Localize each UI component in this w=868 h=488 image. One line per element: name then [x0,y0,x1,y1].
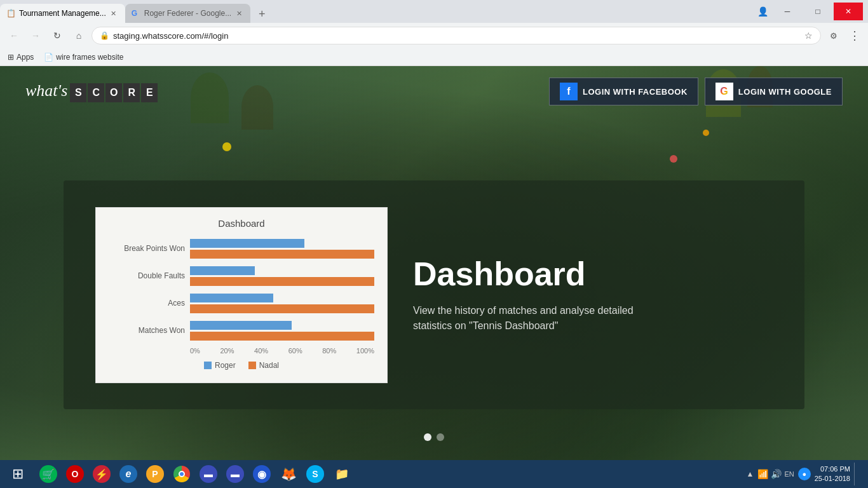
legend-roger-label: Roger [215,361,236,370]
maximize-button[interactable]: □ [803,3,832,20]
x-label-40: 40% [254,347,268,355]
taskbar-skype-icon[interactable]: S [302,461,328,487]
show-desktop-button[interactable] [854,463,858,485]
bar-nadal-aces [190,304,374,313]
promo-content: Dashboard View the history of matches an… [388,256,773,333]
bookmark-apps[interactable]: ⊞ Apps [5,51,36,63]
legend-roger-dot [204,362,212,369]
bar-roger-aces [190,294,273,302]
taskbar-folder-icon[interactable]: 📁 [329,461,355,487]
x-label-60: 60% [288,347,302,355]
taskbar-app2-icon[interactable]: ▬ [222,461,248,487]
tab-tournament[interactable]: 📋 Tournament Manageme... ✕ [0,4,125,23]
taskbar-ie-icon[interactable]: e [116,461,141,487]
logo-letter-r: R [123,83,140,102]
back-button[interactable]: ← [5,27,23,44]
taskbar: ⊞ 🛒 O ⚡ e P ▬ [0,460,868,488]
minimize-button[interactable]: ─ [773,3,802,20]
promo-description: View the history of matches and analyse … [413,303,642,334]
logo-whats: what's [25,81,67,100]
browser-frame: 📋 Tournament Manageme... ✕ G Roger Feder… [0,0,868,66]
start-button[interactable]: ⊞ [5,461,31,487]
clock-time: 07:06 PM [815,464,850,474]
volume-icon[interactable]: 🔊 [771,469,782,479]
network-icon[interactable]: 📶 [757,469,768,479]
bar-roger-doublefaults [190,266,255,275]
tab2-close[interactable]: ✕ [234,8,244,18]
chrome-menu-button[interactable]: ⋮ [845,27,863,44]
site-header: what's S C O R E f LOGIN WITH FACEBOOK G… [0,66,868,117]
chart-title: Dashboard [109,218,374,229]
taskbar-rdp-icon[interactable]: ⚡ [89,461,114,487]
windows-logo-icon: ⊞ [12,466,24,482]
window-controls: 👤 ─ □ ✕ [754,3,868,20]
label-breakpoints: Break Points Won [109,244,185,253]
dot-1[interactable] [424,433,431,441]
apps-label: Apps [17,53,34,62]
chart-rows: Break Points Won Double Faults [109,239,374,341]
chart-legend: Roger Nadal [109,361,374,370]
x-label-80: 80% [322,347,336,355]
forward-button[interactable]: → [27,27,44,44]
login-facebook-button[interactable]: f LOGIN WITH FACEBOOK [549,78,698,105]
address-bar-row: ← → ↻ ⌂ 🔒 staging.whatsscore.com/#/login… [0,23,868,48]
chart-row-breakpoints: Break Points Won [109,239,374,259]
google-login-label: LOGIN WITH GOOGLE [738,87,832,97]
tab1-close[interactable]: ✕ [109,8,119,18]
dot-2[interactable] [437,433,444,441]
wireframes-icon: 📄 [44,53,53,62]
bg-ball-2 [670,155,677,163]
taskbar-clock[interactable]: 07:06 PM 25-01-2018 [815,464,850,484]
logo-letter-e: E [141,83,158,102]
bar-nadal-doublefaults [190,277,374,286]
taskbar-icons: 🛒 O ⚡ e P ▬ ▬ [31,461,747,487]
system-tray-icons: 📶 🔊 EN [757,469,794,479]
login-google-button[interactable]: G LOGIN WITH GOOGLE [705,78,843,105]
legend-nadal: Nadal [248,361,279,370]
tab2-title: Roger Federer - Google... [144,9,231,18]
auth-buttons: f LOGIN WITH FACEBOOK G LOGIN WITH GOOGL… [549,78,843,105]
notification-badge[interactable]: ● [798,468,811,480]
chrome-user-icon[interactable]: 👤 [754,3,771,20]
bookmark-star-icon[interactable]: ☆ [804,30,813,41]
address-field[interactable]: 🔒 staging.whatsscore.com/#/login ☆ [92,27,821,44]
taskbar-chrome-icon[interactable] [169,461,194,487]
tab1-favicon: 📋 [6,9,15,18]
taskbar-firefox-icon[interactable]: 🦊 [276,461,301,487]
tab1-title: Tournament Manageme... [19,9,106,18]
bar-nadal-breakpoints [190,250,374,259]
dashboard-chart: Dashboard Break Points Won Double Faults [95,207,388,383]
extensions-button[interactable]: ⚙ [825,27,843,44]
promo-card: Dashboard Break Points Won Double Faults [64,180,804,409]
close-button[interactable]: ✕ [834,3,863,20]
google-icon: G [715,83,733,100]
chart-x-axis: 0% 20% 40% 60% 80% 100% [190,347,374,355]
taskbar-store-icon[interactable]: 🛒 [36,461,61,487]
taskbar-pelikan-icon[interactable]: P [142,461,168,487]
tray-expand-button[interactable]: ▲ [747,470,754,478]
bookmark-wireframes[interactable]: 📄 wire frames website [41,51,126,63]
bars-breakpoints [190,239,374,259]
tab2-favicon: G [132,9,140,18]
bars-doublefaults [190,266,374,286]
home-button[interactable]: ⌂ [70,27,88,44]
taskbar-app1-icon[interactable]: ▬ [196,461,221,487]
bg-ball-1 [222,142,231,151]
label-matcheswon: Matches Won [109,326,185,335]
pagination-dots [424,433,444,441]
reload-button[interactable]: ↻ [48,27,66,44]
taskbar-opera-icon[interactable]: O [62,461,88,487]
logo-letter-c: C [88,83,104,102]
new-tab-button[interactable]: + [253,5,271,23]
chrome-right-buttons: ⚙ ⋮ [825,27,863,44]
tab-federer[interactable]: G Roger Federer - Google... ✕ [125,4,250,23]
legend-nadal-dot [248,362,256,369]
tab-bar: 📋 Tournament Manageme... ✕ G Roger Feder… [0,0,868,23]
bars-matcheswon [190,321,374,341]
address-text: staging.whatsscore.com/#/login [113,31,801,41]
legend-nadal-label: Nadal [259,361,279,370]
logo-letter-s: S [70,83,86,102]
taskbar-vpn-icon[interactable]: ◉ [249,461,275,487]
chart-row-aces: Aces [109,294,374,313]
x-label-0: 0% [190,347,200,355]
